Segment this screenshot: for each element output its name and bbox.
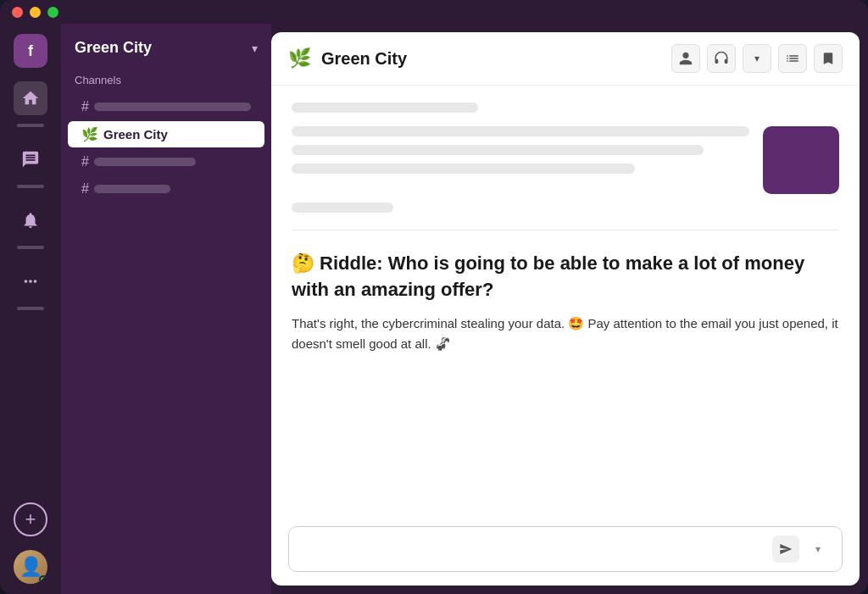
content-divider (292, 230, 839, 230)
sidebar-item-green-city[interactable]: 🌿 Green City (68, 121, 264, 147)
main-layout: f (0, 0, 868, 594)
list-icon (785, 51, 800, 66)
minimize-button[interactable] (30, 7, 41, 18)
sidebar-item-messages[interactable] (14, 142, 47, 176)
message-container: 🤔 Riddle: Who is going to be able to mak… (292, 247, 839, 358)
workspace-avatar[interactable]: f (14, 34, 47, 68)
send-button[interactable] (772, 536, 799, 563)
leaf-icon: 🌿 (81, 126, 98, 142)
more-icon (21, 272, 40, 291)
skeleton-loading-section (292, 103, 839, 213)
message-body: That's right, the cybercriminal stealing… (292, 314, 839, 354)
chat-input-area: ▾ (271, 516, 860, 586)
call-button[interactable] (707, 44, 736, 73)
chevron-button[interactable]: ▾ (743, 44, 771, 73)
maximize-button[interactable] (47, 7, 58, 18)
home-label-skeleton (17, 124, 44, 127)
channel-header-icon: 🌿 (288, 47, 311, 69)
channels-section-label: Channels (61, 70, 271, 93)
online-status-dot (39, 575, 47, 584)
hash-icon: # (81, 99, 89, 114)
more-label-skeleton (17, 307, 44, 310)
chevron-down-icon: ▾ (754, 53, 760, 64)
send-icon (779, 542, 793, 556)
sidebar-item-more[interactable] (14, 264, 47, 298)
hash-icon-3: # (81, 154, 89, 169)
bookmark-button[interactable] (814, 44, 843, 73)
skeleton-bar-5 (292, 203, 393, 213)
message-title: 🤔 Riddle: Who is going to be able to mak… (292, 251, 839, 303)
sidebar-item-notifications[interactable] (14, 203, 47, 237)
bookmark-icon (821, 51, 836, 66)
headset-icon (714, 51, 729, 66)
chat-area: 🌿 Green City ▾ (271, 32, 860, 586)
home-icon (21, 89, 40, 108)
person-icon (678, 51, 693, 66)
icon-bar: f (0, 24, 61, 594)
messages-label-skeleton (17, 185, 44, 188)
input-chevron-button[interactable]: ▾ (806, 537, 830, 561)
chevron-down-icon: ▾ (815, 543, 821, 555)
hash-icon-4: # (81, 181, 89, 197)
title-bar (0, 0, 868, 24)
workspace-name: Green City (75, 39, 152, 57)
skeleton-bar-2 (292, 126, 749, 136)
app-window: f (0, 0, 868, 594)
message-input[interactable] (301, 542, 765, 557)
skeleton-bar-1 (292, 103, 478, 113)
chat-header: 🌿 Green City ▾ (271, 32, 860, 86)
sidebar: Green City ▾ Channels # 🌿 Green City # (61, 24, 271, 594)
workspace-header[interactable]: Green City ▾ (61, 31, 271, 70)
close-button[interactable] (12, 7, 23, 18)
skeleton-bar-3 (292, 145, 704, 155)
notifications-label-skeleton (17, 246, 44, 249)
workspace-chevron-icon: ▾ (252, 42, 258, 55)
bell-icon (21, 211, 40, 230)
channel-skeleton-3 (94, 158, 196, 166)
skeleton-image-block (763, 126, 839, 194)
add-workspace-button[interactable]: + (14, 502, 47, 536)
chat-content: 🤔 Riddle: Who is going to be able to mak… (271, 86, 860, 516)
channel-name-green-city: Green City (103, 127, 168, 142)
user-avatar[interactable]: 👤 (14, 550, 47, 584)
channel-header-title: Green City (321, 49, 661, 69)
skeleton-bar-4 (292, 164, 635, 174)
header-actions: ▾ (671, 44, 843, 73)
channel-skeleton-1 (94, 103, 251, 111)
sidebar-item-channel-1[interactable]: # (68, 94, 264, 119)
channel-skeleton-4 (94, 185, 170, 193)
messages-icon (21, 150, 40, 169)
list-view-button[interactable] (778, 44, 807, 73)
profile-button[interactable] (671, 44, 700, 73)
message-input-wrapper: ▾ (288, 526, 843, 572)
sidebar-item-channel-4[interactable]: # (68, 176, 264, 202)
sidebar-item-home[interactable] (14, 81, 47, 115)
sidebar-item-channel-3[interactable]: # (68, 149, 264, 175)
